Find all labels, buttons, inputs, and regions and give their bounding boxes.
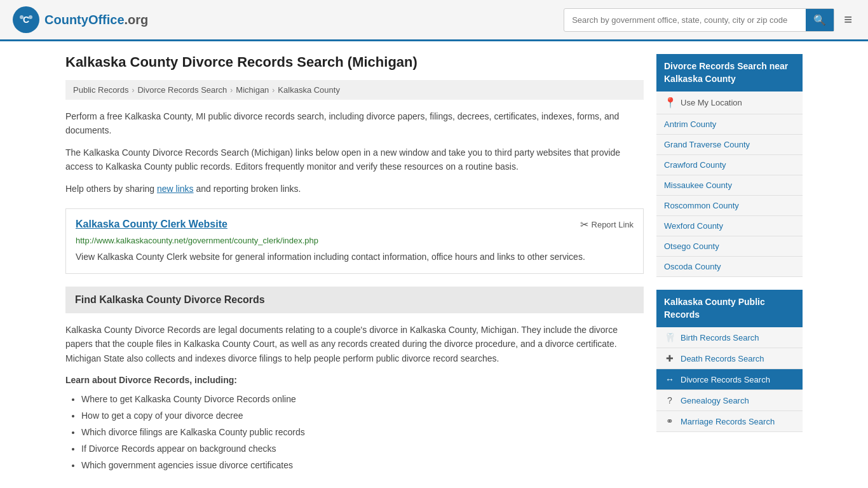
- sidebar: Divorce Records Search near Kalkaska Cou…: [656, 54, 803, 478]
- marriage-icon: ⚭: [664, 416, 675, 426]
- search-bar: 🔍: [564, 8, 834, 32]
- sidebar-item-marriage-records[interactable]: ⚭ Marriage Records Search: [656, 411, 803, 432]
- logo-text: CountyOffice.org: [44, 13, 148, 27]
- sidebar-item-use-my-location[interactable]: 📍 Use My Location: [656, 92, 803, 114]
- location-icon: 📍: [664, 97, 675, 109]
- desc-p3: Help others by sharing new links and rep…: [65, 182, 644, 196]
- sidebar-item-divorce-records[interactable]: ↔ Divorce Records Search: [656, 369, 803, 390]
- genealogy-icon: ?: [664, 395, 675, 405]
- main-container: Kalkaska County Divorce Records Search (…: [53, 41, 815, 488]
- header-right: 🔍 ≡: [564, 8, 855, 32]
- sidebar-item-roscommon[interactable]: Roscommon County: [656, 196, 803, 216]
- link-card-header: Kalkaska County Clerk Website ✂ Report L…: [76, 219, 634, 231]
- sidebar-item-grand-traverse[interactable]: Grand Traverse County: [656, 135, 803, 155]
- svg-text:C: C: [23, 15, 29, 25]
- breadcrumb: Public Records › Divorce Records Search …: [65, 80, 644, 100]
- find-section-header: Find Kalkaska County Divorce Records: [65, 287, 644, 313]
- learn-title: Learn about Divorce Records, including:: [65, 373, 644, 387]
- breadcrumb-item-public-records[interactable]: Public Records: [73, 85, 128, 95]
- breadcrumb-current: Kalkaska County: [278, 85, 340, 95]
- death-icon: ✚: [664, 353, 675, 363]
- list-item: How to get a copy of your divorce decree: [81, 409, 644, 423]
- list-item: Where to get Kalkaska County Divorce Rec…: [81, 393, 644, 406]
- logo-area: C CountyOffice.org: [13, 6, 148, 33]
- sidebar-item-genealogy[interactable]: ? Genealogy Search: [656, 390, 803, 411]
- list-item: If Divorce Records appear on background …: [81, 442, 644, 456]
- sidebar-item-oscoda[interactable]: Oscoda County: [656, 257, 803, 277]
- learn-list: Where to get Kalkaska County Divorce Rec…: [65, 393, 644, 472]
- desc-p1: Perform a free Kalkaska County, MI publi…: [65, 109, 644, 138]
- public-records-section-title: Kalkaska County Public Records: [656, 290, 803, 327]
- list-item: Which divorce filings are Kalkaska Count…: [81, 426, 644, 439]
- desc-p2: The Kalkaska County Divorce Records Sear…: [65, 146, 644, 174]
- birth-icon: 🦷: [664, 332, 675, 342]
- sidebar-item-otsego[interactable]: Otsego County: [656, 236, 803, 257]
- breadcrumb-item-michigan[interactable]: Michigan: [236, 85, 269, 95]
- sidebar-item-death-records[interactable]: ✚ Death Records Search: [656, 348, 803, 369]
- logo-icon: C: [13, 6, 39, 33]
- divorce-icon: ↔: [664, 374, 675, 384]
- page-title: Kalkaska County Divorce Records Search (…: [65, 54, 644, 71]
- search-button[interactable]: 🔍: [806, 9, 834, 31]
- sidebar-item-antrim[interactable]: Antrim County: [656, 114, 803, 135]
- new-links-link[interactable]: new links: [157, 184, 194, 194]
- svg-point-3: [29, 15, 32, 19]
- search-input[interactable]: [564, 10, 806, 30]
- list-item: Which government agencies issue divorce …: [81, 459, 644, 472]
- public-records-section: Kalkaska County Public Records 🦷 Birth R…: [656, 290, 803, 432]
- find-body: Kalkaska County Divorce Records are lega…: [65, 323, 644, 365]
- breadcrumb-item-divorce-records[interactable]: Divorce Records Search: [137, 85, 227, 95]
- sidebar-item-missaukee[interactable]: Missaukee County: [656, 175, 803, 196]
- link-card: Kalkaska County Clerk Website ✂ Report L…: [65, 208, 644, 274]
- header: C CountyOffice.org 🔍 ≡: [0, 0, 868, 41]
- report-icon: ✂: [580, 219, 588, 231]
- find-section: Find Kalkaska County Divorce Records Kal…: [65, 287, 644, 472]
- link-card-title[interactable]: Kalkaska County Clerk Website: [76, 219, 227, 230]
- report-link-button[interactable]: ✂ Report Link: [580, 219, 634, 231]
- link-url[interactable]: http://www.kalkaskacounty.net/government…: [76, 236, 634, 245]
- svg-point-2: [20, 15, 24, 19]
- main-content: Kalkaska County Divorce Records Search (…: [65, 54, 644, 478]
- link-desc: View Kalkaska County Clerk website for g…: [76, 250, 634, 264]
- menu-icon[interactable]: ≡: [841, 8, 855, 31]
- sidebar-item-wexford[interactable]: Wexford County: [656, 216, 803, 236]
- sidebar-item-crawford[interactable]: Crawford County: [656, 155, 803, 175]
- nearby-section-title: Divorce Records Search near Kalkaska Cou…: [656, 54, 803, 92]
- description-section: Perform a free Kalkaska County, MI publi…: [65, 109, 644, 196]
- nearby-section: Divorce Records Search near Kalkaska Cou…: [656, 54, 803, 277]
- sidebar-item-birth-records[interactable]: 🦷 Birth Records Search: [656, 327, 803, 348]
